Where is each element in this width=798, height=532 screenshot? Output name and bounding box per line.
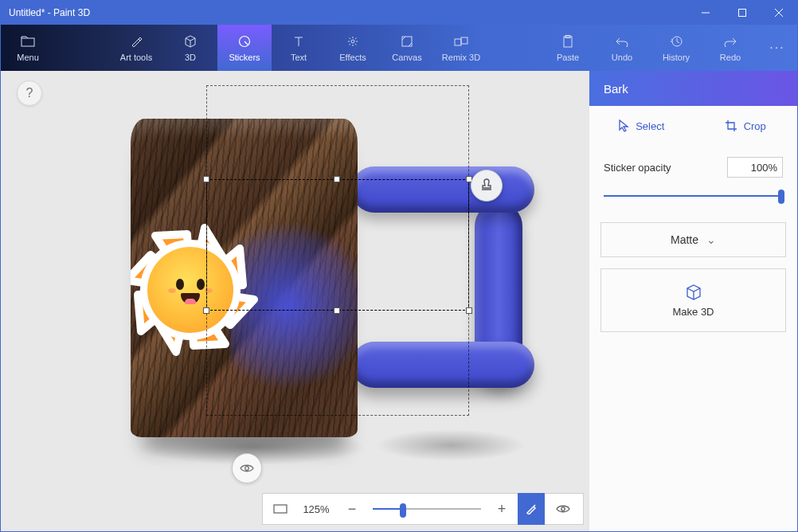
close-button[interactable] — [761, 1, 797, 25]
edit-mode-button[interactable] — [518, 493, 545, 525]
redo-button[interactable]: Redo — [703, 25, 757, 71]
effects-label: Effects — [339, 53, 366, 62]
window-title: Untitled* - Paint 3D — [1, 7, 687, 18]
canvas-label: Canvas — [392, 53, 421, 62]
history-button[interactable]: History — [649, 25, 703, 71]
cube-icon — [685, 284, 702, 301]
resize-handle[interactable] — [203, 307, 209, 314]
make-3d-label: Make 3D — [672, 306, 714, 318]
undo-icon — [616, 33, 628, 49]
svg-rect-9 — [461, 37, 467, 44]
svg-point-6 — [351, 40, 354, 43]
canvas-button[interactable]: Canvas — [380, 25, 434, 71]
zoom-in-button[interactable]: + — [491, 501, 513, 518]
material-dropdown[interactable]: Matte ⌄ — [600, 222, 786, 257]
svg-rect-4 — [22, 38, 34, 46]
resize-handle[interactable] — [203, 176, 209, 182]
fit-screen-button[interactable] — [269, 504, 291, 514]
text-icon — [292, 33, 305, 49]
title-bar: Untitled* - Paint 3D — [1, 1, 797, 25]
resize-handle[interactable] — [466, 307, 472, 314]
panel-title: Bark — [589, 71, 797, 106]
effects-icon — [346, 33, 359, 49]
history-icon — [670, 33, 683, 49]
text-label: Text — [291, 53, 307, 62]
text-button[interactable]: Text — [272, 25, 326, 71]
remix3d-label: Remix 3D — [442, 53, 480, 62]
sticker-icon — [238, 33, 251, 49]
stamp-icon — [479, 178, 494, 193]
eye-3d-icon — [239, 462, 255, 475]
svg-rect-8 — [455, 39, 461, 45]
svg-rect-1 — [739, 10, 746, 17]
make-3d-button[interactable]: Make 3D — [600, 268, 786, 332]
svg-point-14 — [245, 467, 249, 471]
minimize-button[interactable] — [687, 1, 724, 25]
opacity-input[interactable] — [727, 157, 783, 178]
resize-handle[interactable] — [334, 176, 340, 182]
stickers-label: Stickers — [229, 53, 260, 62]
crop-label: Crop — [744, 120, 766, 132]
menu-button[interactable]: Menu — [1, 25, 55, 71]
history-label: History — [663, 53, 690, 62]
undo-button[interactable]: Undo — [595, 25, 649, 71]
3d-label: 3D — [185, 53, 196, 62]
clipboard-icon — [562, 33, 573, 49]
zoom-out-button[interactable]: − — [341, 501, 363, 518]
art-tools-button[interactable]: Art tools — [109, 25, 163, 71]
svg-rect-15 — [274, 505, 287, 513]
effects-button[interactable]: Effects — [326, 25, 380, 71]
canvas-viewport[interactable]: 125% − + — [1, 71, 589, 531]
resize-handle[interactable] — [334, 307, 340, 314]
opacity-section: Sticker opacity — [589, 146, 797, 208]
more-icon: ··· — [769, 40, 784, 56]
select-label: Select — [636, 120, 664, 132]
redo-label: Redo — [720, 53, 741, 62]
stickers-button[interactable]: Stickers — [217, 25, 272, 71]
brush-icon — [130, 33, 143, 49]
cursor-icon — [618, 119, 629, 132]
3d-view-toggle[interactable] — [232, 453, 262, 483]
material-label: Matte — [671, 233, 698, 246]
paste-button[interactable]: Paste — [541, 25, 595, 71]
crop-tool[interactable]: Crop — [694, 106, 798, 146]
3d-button[interactable]: 3D — [163, 25, 217, 71]
more-button[interactable]: ··· — [757, 25, 797, 71]
ribbon-toolbar: Menu Art tools 3D Stickers Text Effects … — [1, 25, 797, 71]
crop-icon — [725, 119, 737, 132]
select-tool[interactable]: Select — [589, 106, 694, 146]
paste-label: Paste — [557, 53, 579, 62]
folder-icon — [21, 33, 35, 49]
help-button[interactable]: ? — [17, 80, 42, 106]
opacity-label: Sticker opacity — [604, 162, 671, 174]
zoom-value[interactable]: 125% — [296, 503, 336, 515]
undo-label: Undo — [612, 53, 632, 62]
cube-icon — [184, 33, 197, 49]
handle-shadow — [375, 429, 526, 461]
opacity-slider[interactable] — [604, 187, 783, 205]
remix3d-icon — [454, 33, 468, 49]
panel-tool-row: Select Crop — [589, 106, 797, 146]
main-area: 125% − + Bark Select Crop Stic — [1, 71, 797, 531]
zoom-slider[interactable] — [373, 508, 481, 510]
art-tools-label: Art tools — [120, 53, 152, 62]
redo-icon — [724, 33, 737, 49]
side-panel: Bark Select Crop Sticker opacity Matte ⌄ — [589, 71, 797, 531]
canvas-icon — [401, 33, 413, 49]
zoom-bar: 125% − + — [262, 493, 584, 525]
svg-point-16 — [561, 507, 565, 510]
maximize-button[interactable] — [724, 1, 761, 25]
view-mode-button[interactable] — [550, 493, 577, 525]
chevron-down-icon: ⌄ — [706, 233, 716, 246]
menu-label: Menu — [17, 53, 39, 62]
selection-bounds-inner[interactable] — [206, 179, 469, 311]
stamp-button[interactable] — [471, 170, 503, 201]
remix3d-button[interactable]: Remix 3D — [434, 25, 488, 71]
